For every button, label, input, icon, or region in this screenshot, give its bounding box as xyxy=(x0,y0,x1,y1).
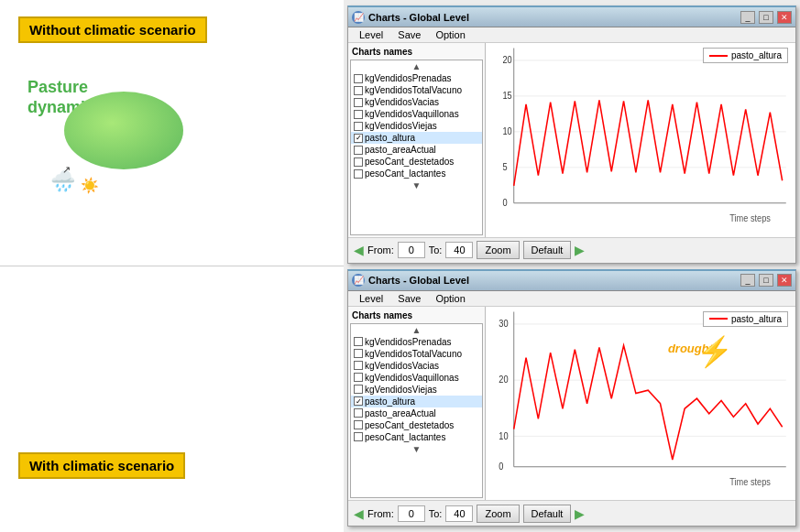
list-title-1: Charts names xyxy=(350,45,483,60)
chart-list-2: Charts names ▲ kgVendidosPrenadas kgVend… xyxy=(348,307,486,501)
checkbox-1-2[interactable] xyxy=(354,98,363,107)
list-item-1-3[interactable]: kgVendidosVaquillonas xyxy=(351,108,482,120)
list-title-2: Charts names xyxy=(350,309,483,323)
list-scroll-2[interactable]: ▲ kgVendidosPrenadas kgVendidosTotalVacu… xyxy=(350,323,483,499)
list-scroll-1[interactable]: ▲ kgVendidosPrenadas kgVendidosTotalVacu… xyxy=(350,60,483,235)
list-item-2-0[interactable]: kgVendidosPrenadas xyxy=(351,336,482,348)
chart-list-1: Charts names ▲ kgVendidosPrenadas kgVend… xyxy=(348,43,486,237)
menubar-2: Level Save Option xyxy=(348,291,795,307)
list-item-2-1[interactable]: kgVendidosTotalVacuno xyxy=(351,348,482,360)
list-item-1-4[interactable]: kgVendidosViejas xyxy=(351,120,482,132)
list-item-2-8[interactable]: pesoCant_lactantes xyxy=(351,431,482,443)
checkbox-2-8[interactable] xyxy=(354,432,363,441)
from-input-2[interactable] xyxy=(398,505,425,522)
list-item-2-4[interactable]: kgVendidosViejas xyxy=(351,384,482,396)
titlebar-2: 📈 Charts - Global Level _ □ ✕ xyxy=(348,271,795,291)
chart-window-2: 📈 Charts - Global Level _ □ ✕ Level Save… xyxy=(347,269,796,527)
svg-text:30: 30 xyxy=(499,318,508,328)
pasture-ellipse xyxy=(64,92,183,169)
left-panel: Without climatic scenario Pasture dynami… xyxy=(0,0,344,532)
minimize-btn-2[interactable]: _ xyxy=(740,274,755,287)
checkbox-1-6[interactable] xyxy=(354,146,363,155)
menu-option-1[interactable]: Option xyxy=(428,28,472,41)
svg-text:Time steps: Time steps xyxy=(729,476,771,486)
default-btn-2[interactable]: Default xyxy=(523,505,572,523)
list-item-2-7[interactable]: pesoCant_destetados xyxy=(351,419,482,431)
footer-arrow-left-2[interactable]: ◀ xyxy=(354,506,364,521)
close-btn-1[interactable]: ✕ xyxy=(777,11,792,24)
close-btn-2[interactable]: ✕ xyxy=(777,274,792,287)
maximize-btn-1[interactable]: □ xyxy=(759,11,773,24)
top-label: Without climatic scenario xyxy=(18,16,207,43)
menubar-1: Level Save Option xyxy=(348,27,795,43)
from-input-1[interactable] xyxy=(398,242,425,258)
checkbox-2-6[interactable] xyxy=(354,408,363,418)
window-title-2: Charts - Global Level xyxy=(368,275,737,286)
menu-level-2[interactable]: Level xyxy=(352,292,390,305)
sun-icon: ☀️ xyxy=(81,177,99,194)
list-item-1-2[interactable]: kgVendidosVacias xyxy=(351,96,482,108)
legend-1: pasto_altura xyxy=(703,48,788,63)
zoom-btn-1[interactable]: Zoom xyxy=(477,241,519,259)
footer-arrow-right-2[interactable]: ▶ xyxy=(575,506,585,521)
to-input-2[interactable] xyxy=(445,505,473,522)
list-item-1-6[interactable]: pasto_areaActual xyxy=(351,144,482,156)
checkbox-1-3[interactable] xyxy=(354,110,363,119)
chart-canvas-2: pasto_altura drought ⚡ 30 20 10 0 xyxy=(486,307,795,501)
menu-level-1[interactable]: Level xyxy=(352,28,390,41)
checkbox-2-1[interactable] xyxy=(354,349,363,358)
checkbox-2-2[interactable] xyxy=(354,361,363,370)
svg-text:Time steps: Time steps xyxy=(729,212,771,223)
default-btn-1[interactable]: Default xyxy=(523,241,572,259)
footer-2: ◀ From: To: Zoom Default ▶ xyxy=(348,500,795,526)
maximize-btn-2[interactable]: □ xyxy=(759,274,773,287)
list-item-1-8[interactable]: pesoCant_lactantes xyxy=(351,168,482,179)
footer-arrow-right-1[interactable]: ▶ xyxy=(575,243,585,257)
menu-save-2[interactable]: Save xyxy=(390,292,428,305)
menu-save-1[interactable]: Save xyxy=(390,28,428,41)
scroll-down-1[interactable]: ▼ xyxy=(351,179,482,191)
minimize-btn-1[interactable]: _ xyxy=(740,11,755,24)
svg-text:15: 15 xyxy=(502,91,511,101)
checkbox-2-5[interactable] xyxy=(354,396,363,406)
svg-text:20: 20 xyxy=(502,55,511,65)
zoom-btn-2[interactable]: Zoom xyxy=(477,505,519,523)
checkbox-1-1[interactable] xyxy=(354,86,363,95)
lightning-icon: ⚡ xyxy=(696,334,733,369)
checkbox-2-7[interactable] xyxy=(354,420,363,429)
window-body-2: Charts names ▲ kgVendidosPrenadas kgVend… xyxy=(348,307,795,501)
footer-arrow-left-1[interactable]: ◀ xyxy=(354,243,364,257)
checkbox-2-0[interactable] xyxy=(354,337,363,346)
menu-option-2[interactable]: Option xyxy=(428,292,472,305)
list-item-1-7[interactable]: pesoCant_destetados xyxy=(351,156,482,168)
scroll-up-2[interactable]: ▲ xyxy=(351,324,482,336)
checkbox-1-7[interactable] xyxy=(354,157,363,167)
scroll-down-2[interactable]: ▼ xyxy=(351,443,482,455)
titlebar-1: 📈 Charts - Global Level _ □ ✕ xyxy=(348,7,795,27)
to-input-1[interactable] xyxy=(445,242,473,258)
svg-text:5: 5 xyxy=(502,162,507,172)
chart-window-1: 📈 Charts - Global Level _ □ ✕ Level Save… xyxy=(347,5,796,264)
pasture-area: Pasture dynamic 🌧️ ☀️ ↗ xyxy=(0,50,344,266)
checkbox-2-3[interactable] xyxy=(354,373,363,382)
list-item-2-3[interactable]: kgVendidosVaquillonas xyxy=(351,372,482,384)
scroll-up-1[interactable]: ▲ xyxy=(351,60,482,72)
to-label-1: To: xyxy=(429,244,443,255)
list-item-2-6[interactable]: pasto_areaActual xyxy=(351,407,482,419)
chart-canvas-1: pasto_altura 20 15 10 5 0 xyxy=(486,43,795,237)
svg-text:0: 0 xyxy=(499,461,503,471)
checkbox-1-4[interactable] xyxy=(354,122,363,131)
list-item-1-1[interactable]: kgVendidosTotalVacuno xyxy=(351,84,482,96)
list-item-2-5[interactable]: pasto_altura xyxy=(351,396,482,407)
list-item-1-0[interactable]: kgVendidosPrenadas xyxy=(351,72,482,84)
bottom-label: With climatic scenario xyxy=(18,452,185,479)
checkbox-1-8[interactable] xyxy=(354,169,363,179)
legend-text-1: pasto_altura xyxy=(731,50,782,60)
right-panel: 📈 Charts - Global Level _ □ ✕ Level Save… xyxy=(344,0,800,532)
list-item-2-2[interactable]: kgVendidosVacias xyxy=(351,360,482,372)
checkbox-1-0[interactable] xyxy=(354,74,363,83)
chart-svg-1: 20 15 10 5 0 Time xyxy=(486,43,795,237)
checkbox-2-4[interactable] xyxy=(354,385,363,394)
list-item-1-5[interactable]: pasto_altura xyxy=(351,132,482,144)
checkbox-1-5[interactable] xyxy=(354,134,363,143)
